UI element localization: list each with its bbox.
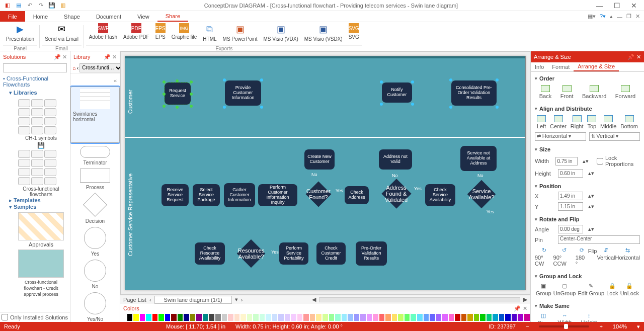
solutions-search-input[interactable] [3,63,67,72]
color-swatch[interactable] [285,314,290,321]
close-panel-icon[interactable]: ✕ [636,54,641,60]
distribute-vert-select[interactable]: ⇅ Vertical ▾ [589,132,640,141]
tree-libraries[interactable]: ▾ Libraries [9,90,67,96]
color-swatch[interactable] [140,314,145,321]
page-selector[interactable]: Swin lane diagram (1/1) [154,296,232,304]
color-swatch[interactable] [373,314,378,321]
color-swatch[interactable] [455,314,460,321]
rotate-ccw-button[interactable]: ↺90° CCW [553,247,576,267]
order-front-button[interactable]: Front [560,85,574,99]
tab-info[interactable]: Info [531,62,548,71]
align-top-button[interactable]: Top [587,115,596,129]
color-swatch[interactable] [165,314,171,321]
zoom-slider[interactable] [539,325,589,327]
color-swatch[interactable] [222,314,227,321]
lock-button[interactable]: 🔒Lock [606,283,618,296]
order-backward-button[interactable]: Backward [582,85,606,99]
y-input[interactable]: 1.15 in [558,202,583,211]
color-swatch[interactable] [228,314,233,321]
color-swatch[interactable] [411,314,416,321]
section-align[interactable]: Align and Distribute [535,104,640,113]
library-dropdown[interactable]: Cross-functi… [79,63,123,72]
node-addr-not-valid[interactable]: Address not Valid [379,149,412,170]
sample-approvals[interactable]: Approvals [18,212,64,247]
palette-ch1[interactable] [15,98,67,135]
save-palette-icon[interactable]: 💾 [15,142,67,149]
color-swatch[interactable] [133,314,139,321]
color-swatch[interactable] [487,314,492,321]
color-swatch[interactable] [184,314,189,321]
tree-samples[interactable]: ▾ Samples [9,204,67,210]
color-swatch[interactable] [158,314,164,321]
color-swatch[interactable] [493,314,498,321]
section-rotate[interactable]: Rotate and Flip [535,215,640,224]
menu-view[interactable]: View [129,11,157,22]
node-res-available[interactable]: Resources Available? [237,239,266,268]
horizontal-scrollbar[interactable] [319,297,520,302]
node-cust-found[interactable]: Customer Found? [306,182,332,207]
color-swatch[interactable] [203,314,208,321]
color-swatch[interactable] [240,314,246,321]
align-right-button[interactable]: Right [571,115,584,129]
node-notify[interactable]: Notify Customer [382,82,412,103]
color-swatch[interactable] [467,314,473,321]
color-swatch[interactable] [430,314,435,321]
qat-item[interactable]: ▥ [58,1,67,10]
align-middle-button[interactable]: Middle [600,115,616,129]
color-swatch[interactable] [518,314,523,321]
color-swatch[interactable] [436,314,442,321]
nav-left-icon[interactable]: ‹ [77,65,79,71]
shape-yes[interactable]: Yes [84,227,106,257]
color-swatch[interactable] [266,314,271,321]
color-swatch[interactable] [127,314,133,321]
node-addr-validated[interactable]: Address Found & Validated [381,179,411,208]
close-panel-icon[interactable]: ✕ [62,54,67,60]
distribute-horiz-select[interactable]: ⇄ Horizontal ▾ [535,132,586,141]
hscroll-left-icon[interactable]: ◀ [312,296,316,303]
ungroup-button[interactable]: ▢UnGroup [553,283,576,296]
color-swatch[interactable] [152,314,158,321]
color-swatch[interactable] [461,314,467,321]
color-swatch[interactable] [121,314,126,321]
pin-select[interactable]: Center-Center [558,235,640,244]
pin-icon[interactable]: 📌 [514,305,521,312]
file-tab[interactable]: File [0,11,25,22]
node-check-credit[interactable]: Check Customer Credit [316,242,346,265]
page-list-prev-icon[interactable]: ‹ [149,297,151,303]
color-swatch[interactable] [398,314,404,321]
help-icon[interactable]: ?▾ [600,13,606,20]
color-swatch[interactable] [335,314,341,321]
color-swatch[interactable] [505,314,511,321]
pin-icon[interactable]: 📌 [54,54,61,60]
node-preorder[interactable]: Pre-Order Validation Results [356,241,387,266]
color-swatch[interactable] [310,314,315,321]
color-swatch[interactable] [196,314,202,321]
align-bottom-button[interactable]: Bottom [620,115,638,129]
shape-decision[interactable]: Decision [84,193,107,224]
color-swatch[interactable] [278,314,284,321]
node-consolidated[interactable]: Consolidated Pre-Order Validation Result… [451,80,497,106]
menu-home[interactable]: Home [25,11,56,22]
close-panel-icon[interactable]: ✕ [112,54,117,60]
minimize-icon[interactable]: — [595,1,605,11]
rotate-180-button[interactable]: ⟳180 ° [576,247,588,267]
color-swatch[interactable] [146,314,151,321]
color-swatch[interactable] [291,314,296,321]
tab-format[interactable]: Format [548,62,574,71]
palette-cff[interactable] [15,149,67,186]
save-icon[interactable]: 💾 [47,1,56,10]
qat-item[interactable]: ◧ [3,1,12,10]
shape-terminator[interactable]: Terminator [80,146,110,166]
node-portability[interactable]: Perform Service Portability [279,242,308,265]
color-swatch[interactable] [480,314,486,321]
color-swatch[interactable] [260,314,265,321]
node-gather[interactable]: Gather Customer Information [224,183,255,207]
color-swatch[interactable] [474,314,479,321]
color-swatch[interactable] [392,314,397,321]
order-forward-button[interactable]: Forward [615,85,635,99]
color-swatch[interactable] [323,314,328,321]
color-swatch[interactable] [354,314,360,321]
shape-swimlanes[interactable]: Swimlanes horizontal [70,87,120,143]
node-provide-info[interactable]: Provide Customer Information [225,80,261,106]
pin-icon[interactable]: 📌 [627,54,634,60]
